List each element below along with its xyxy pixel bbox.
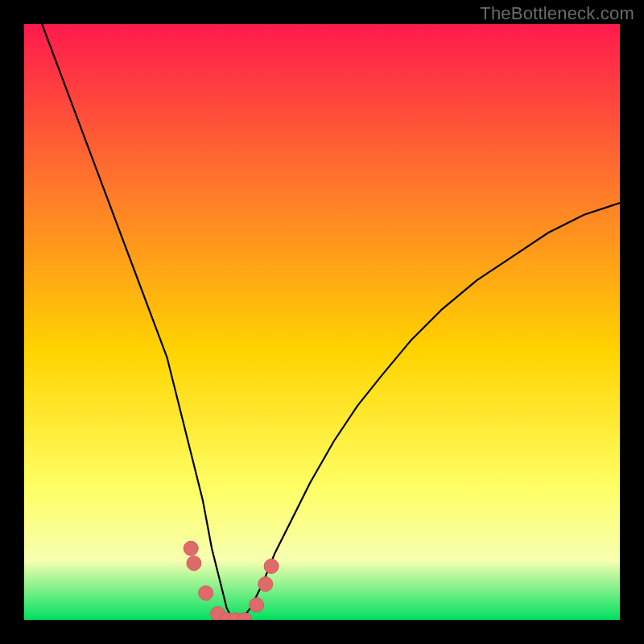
plot-area xyxy=(24,24,620,620)
heat-gradient-bg xyxy=(24,24,620,620)
watermark-text: TheBottleneck.com xyxy=(480,3,634,24)
data-marker xyxy=(258,577,273,592)
data-marker xyxy=(184,541,198,555)
data-marker xyxy=(250,598,264,613)
bottleneck-chart xyxy=(24,24,620,620)
chart-frame: TheBottleneck.com xyxy=(0,0,644,644)
data-marker xyxy=(199,586,213,601)
data-marker xyxy=(264,559,279,573)
data-marker xyxy=(187,556,201,571)
